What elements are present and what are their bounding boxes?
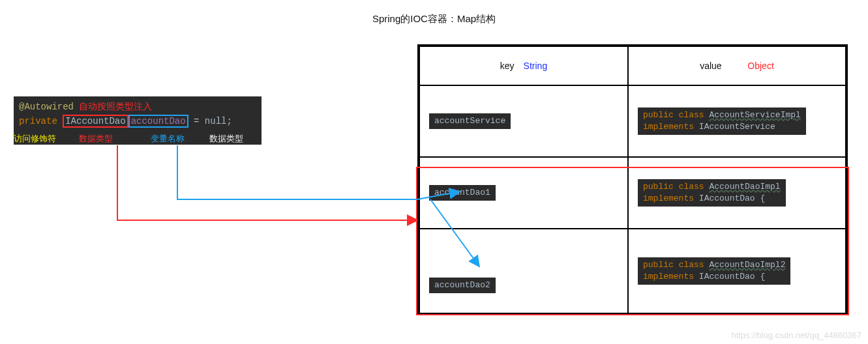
key-type: String [524,61,548,71]
label-datatype: 数据类型 [79,133,113,145]
value-tag: public class AccountDaoImpl2 implements … [638,257,790,285]
key-tag: accountDao1 [429,185,496,201]
annotation: @Autowired [19,102,74,112]
key-cell: accountService [419,85,628,157]
key-cell: accountDao2 [419,229,628,313]
value-cell: public class AccountDaoImpl implements I… [628,157,846,229]
value-cell: public class AccountServiceImpl implemen… [628,85,846,157]
key-tag: accountService [429,113,511,129]
header-value: value Object [628,46,846,85]
value-cell: public class AccountDaoImpl2 implements … [628,229,846,313]
annotation-note: 自动按照类型注入 [79,102,152,112]
label-modifier: 访问修饰符 [14,133,56,145]
type-box: IAccountDao [63,115,128,128]
label-varname: 变量名称 [151,133,185,145]
key-tag: accountDao2 [429,278,496,293]
code-box: @Autowired 自动按照类型注入 private IAccountDaoa… [14,96,262,132]
table-header: key String value Object [419,46,846,85]
header-key: key String [419,46,628,85]
value-tag: public class AccountDaoImpl implements I… [638,179,786,207]
arrow-type-to-candidates [117,145,417,220]
ioc-map-table: key String value Object accountService p… [417,44,848,315]
key-label: key [500,61,515,71]
value-tag: public class AccountServiceImpl implemen… [638,108,806,135]
value-label: value [700,61,721,71]
tail: = null; [194,116,232,126]
table-row: accountDao1 public class AccountDaoImpl … [419,157,846,229]
diagram-stage: Spring的IOC容器：Map结构 @Autowired 自动按照类型注入 p… [0,0,868,344]
table-row: accountService public class AccountServi… [419,85,846,157]
value-type: Object [747,61,773,71]
table-row: accountDao2 public class AccountDaoImpl2… [419,229,846,313]
label-datatype2: 数据类型 [209,133,243,145]
modifier-kw: private [19,116,57,126]
diagram-title: Spring的IOC容器：Map结构 [0,13,868,25]
var-box: accountDao [128,115,188,128]
watermark: https://blog.csdn.net/qq_44860367 [732,330,862,340]
key-cell: accountDao1 [419,157,628,229]
